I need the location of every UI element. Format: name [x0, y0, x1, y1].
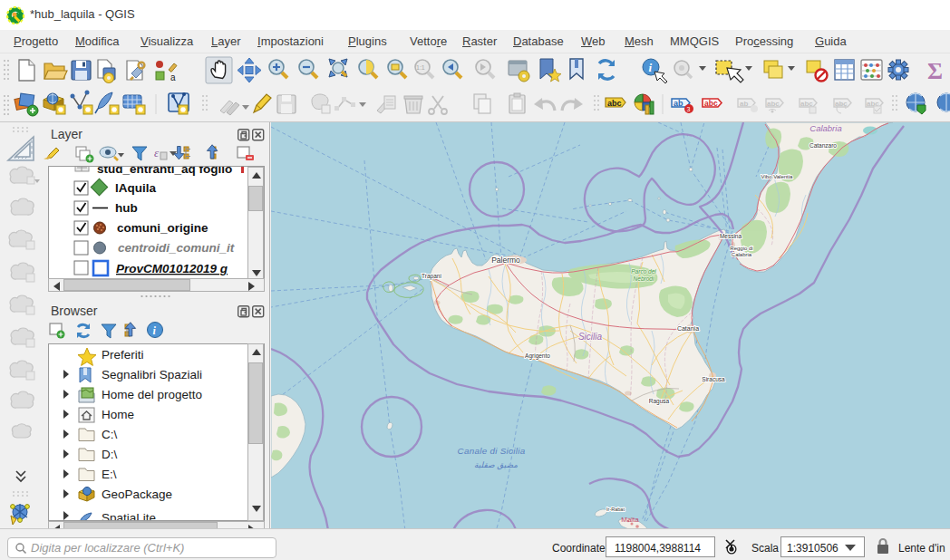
- svg-text:C:\: C:\: [102, 428, 118, 441]
- svg-text:i: i: [649, 61, 653, 74]
- svg-text:Ragusa: Ragusa: [649, 398, 670, 405]
- svg-text:Sicilia: Sicilia: [578, 332, 603, 342]
- svg-text:3: 3: [687, 106, 691, 112]
- svg-text:abc: abc: [767, 100, 780, 108]
- svg-text:abc: abc: [704, 99, 718, 108]
- svg-text:Calabria: Calabria: [732, 252, 752, 257]
- svg-text:Siracusa: Siracusa: [702, 376, 725, 382]
- svg-text:مضيق صقلية: مضيق صقلية: [474, 460, 518, 470]
- svg-text:Vibo Valentia: Vibo Valentia: [761, 174, 793, 179]
- svg-text:stud_entranti_aq foglio: stud_entranti_aq foglio: [97, 167, 232, 176]
- svg-text:Messina: Messina: [720, 233, 742, 239]
- svg-text:Malta: Malta: [621, 516, 639, 524]
- svg-text:Canale di Sicilia: Canale di Sicilia: [458, 446, 526, 456]
- svg-text:Parco dei: Parco dei: [631, 268, 656, 275]
- svg-text:Σ: Σ: [927, 58, 943, 84]
- svg-text:Home del progetto: Home del progetto: [102, 388, 202, 401]
- svg-text:ab: ab: [674, 99, 683, 108]
- svg-text:Reggio di: Reggio di: [730, 246, 752, 251]
- svg-text:Home: Home: [102, 408, 134, 421]
- svg-text:abc: abc: [607, 99, 622, 108]
- svg-text:Catania: Catania: [677, 325, 699, 332]
- svg-text:a: a: [170, 72, 176, 82]
- svg-text:Trapani: Trapani: [422, 273, 441, 280]
- svg-text:Catanzaro: Catanzaro: [809, 142, 837, 149]
- svg-text:Nebrodi: Nebrodi: [634, 275, 654, 282]
- svg-text:Palermo: Palermo: [491, 256, 520, 265]
- svg-text:ProvCM01012019 g: ProvCM01012019 g: [116, 262, 228, 275]
- svg-text:centroidi_comuni_it: centroidi_comuni_it: [118, 241, 235, 255]
- svg-text:ab: ab: [740, 100, 748, 108]
- svg-text:Ir-Rabat: Ir-Rabat: [606, 507, 625, 512]
- svg-text:D:\: D:\: [102, 448, 118, 461]
- svg-text:comuni_origine: comuni_origine: [117, 221, 208, 235]
- svg-text:lAquila: lAquila: [115, 181, 156, 195]
- svg-text:SpatiaLite: SpatiaLite: [102, 511, 156, 520]
- svg-text:Agrigento: Agrigento: [525, 352, 550, 360]
- svg-text:hub: hub: [115, 201, 138, 215]
- svg-text:GeoPackage: GeoPackage: [102, 488, 172, 501]
- svg-text:1:1: 1:1: [416, 64, 425, 71]
- svg-text:Segnalibri Spaziali: Segnalibri Spaziali: [102, 368, 202, 381]
- svg-text:ε: ε: [154, 146, 160, 159]
- svg-text:E:\: E:\: [102, 468, 117, 481]
- svg-text:Calabria: Calabria: [809, 123, 841, 133]
- svg-text:Preferiti: Preferiti: [102, 348, 144, 362]
